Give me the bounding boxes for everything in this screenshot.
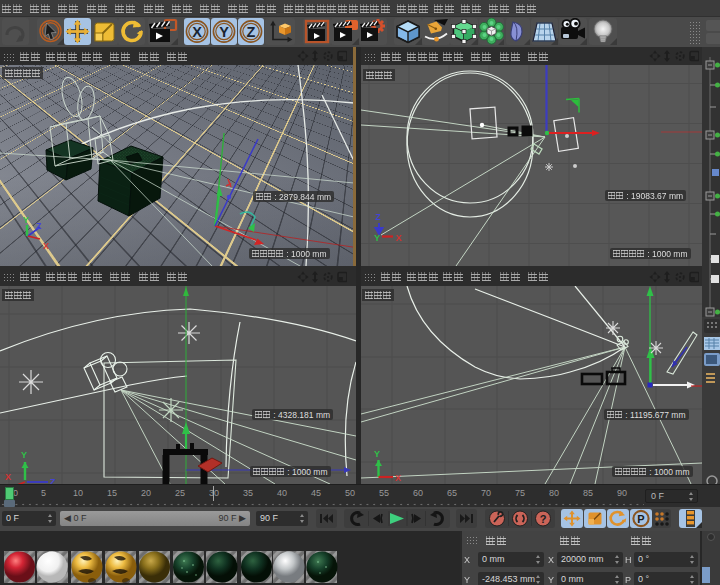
svg-text:Z: Z <box>50 477 56 484</box>
svg-text:Y: Y <box>374 449 380 459</box>
svg-text:Y: Y <box>374 233 380 243</box>
svg-text:X: X <box>5 472 11 482</box>
svg-text:X: X <box>395 473 401 483</box>
svg-text:Y: Y <box>23 215 29 225</box>
svg-text:Z: Z <box>36 221 42 231</box>
svg-text:X: X <box>43 241 49 251</box>
svg-text:X: X <box>192 24 202 40</box>
svg-text:?: ? <box>540 513 547 525</box>
svg-text:Y: Y <box>21 450 27 460</box>
svg-text:Y: Y <box>219 24 229 40</box>
svg-text:X: X <box>396 233 402 243</box>
svg-text:P: P <box>637 513 644 525</box>
svg-text:Z: Z <box>375 212 381 222</box>
svg-text:Z: Z <box>247 24 256 40</box>
